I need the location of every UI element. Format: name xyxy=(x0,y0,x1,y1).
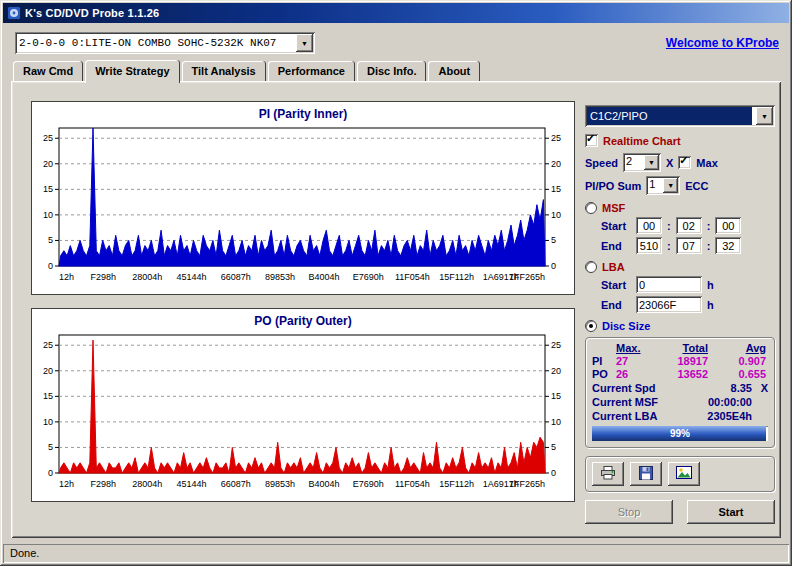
current-lba-unit xyxy=(752,410,768,422)
lba-start-input[interactable] xyxy=(636,276,702,293)
window-title: K's CD/DVD Probe 1.1.26 xyxy=(25,7,159,19)
status-text: Done. xyxy=(10,547,39,559)
svg-text:66087h: 66087h xyxy=(221,272,251,282)
run-buttons-row: Stop Start xyxy=(585,500,775,524)
speed-combo[interactable]: 2 ▼ xyxy=(623,153,661,172)
po-chart-panel: PO (Parity Outer) 0055101015152020252512… xyxy=(31,308,575,502)
chevron-down-icon: ▼ xyxy=(667,182,674,189)
print-button[interactable] xyxy=(592,462,624,486)
mode-combo[interactable]: C1C2/PIPO ▼ xyxy=(585,105,775,127)
max-speed-label: Max xyxy=(696,157,717,169)
mode-combo-dropdown-button[interactable]: ▼ xyxy=(756,107,773,125)
lba-end-unit: h xyxy=(707,299,714,311)
po-chart-title: PO (Parity Outer) xyxy=(32,311,574,329)
disc-size-label: Disc Size xyxy=(602,320,650,332)
svg-text:11F054h: 11F054h xyxy=(395,272,430,282)
svg-text:10: 10 xyxy=(551,417,561,427)
stats-pi-label: PI xyxy=(592,355,616,367)
lba-start-row: Start h xyxy=(601,276,775,293)
tab-raw-cmd[interactable]: Raw Cmd xyxy=(13,61,83,81)
check-icon: ✓ xyxy=(586,132,595,145)
svg-text:0: 0 xyxy=(551,468,556,478)
current-msf-unit xyxy=(752,396,768,408)
msf-start-min-input[interactable] xyxy=(636,217,662,234)
tab-disc-info[interactable]: Disc Info. xyxy=(357,61,427,81)
msf-end-frame-input[interactable] xyxy=(715,237,741,254)
lba-end-input[interactable] xyxy=(636,296,702,313)
current-lba-label: Current LBA xyxy=(592,410,674,422)
svg-text:5: 5 xyxy=(551,442,556,452)
svg-text:5: 5 xyxy=(48,442,53,452)
svg-text:89853h: 89853h xyxy=(265,479,295,489)
svg-text:20: 20 xyxy=(43,366,53,376)
speed-combo-dropdown-button[interactable]: ▼ xyxy=(644,155,659,170)
stats-header-avg: Avg xyxy=(708,342,768,354)
svg-text:45144h: 45144h xyxy=(177,272,207,282)
actions-group xyxy=(585,456,775,492)
current-speed-unit: X xyxy=(752,382,768,394)
start-button[interactable]: Start xyxy=(687,500,775,524)
app-icon xyxy=(7,6,21,20)
svg-text:28004h: 28004h xyxy=(132,479,162,489)
lba-radio[interactable] xyxy=(585,261,597,273)
msf-start-frame-input[interactable] xyxy=(715,217,741,234)
msf-start-sec-input[interactable] xyxy=(676,217,702,234)
save-image-button[interactable] xyxy=(668,462,700,486)
msf-label: MSF xyxy=(602,202,625,214)
drive-combo-dropdown-button[interactable]: ▼ xyxy=(296,34,313,52)
check-icon: ✓ xyxy=(679,154,688,167)
titlebar[interactable]: K's CD/DVD Probe 1.1.26 xyxy=(3,3,789,23)
svg-text:12h: 12h xyxy=(59,479,74,489)
msf-end-min-input[interactable] xyxy=(636,237,662,254)
realtime-chart-checkbox[interactable]: ✓ xyxy=(585,134,598,147)
current-msf-row: Current MSF 00:00:00 xyxy=(592,396,768,408)
svg-text:1FF265h: 1FF265h xyxy=(509,272,545,282)
svg-text:12h: 12h xyxy=(59,272,74,282)
drive-combo-value: 2-0-0-0 0:LITE-ON COMBO SOHC-5232K NK07 xyxy=(15,32,294,54)
max-speed-checkbox[interactable]: ✓ xyxy=(678,156,691,169)
image-export-icon xyxy=(676,466,692,482)
svg-text:10: 10 xyxy=(43,210,53,220)
svg-text:20: 20 xyxy=(551,366,561,376)
realtime-chart-label: Realtime Chart xyxy=(603,135,681,147)
status-bar: Done. xyxy=(3,544,789,563)
svg-text:15F112h: 15F112h xyxy=(439,272,474,282)
save-button[interactable] xyxy=(630,462,662,486)
msf-separator: : xyxy=(667,220,671,232)
svg-text:25: 25 xyxy=(43,340,53,350)
tab-tilt-analysis[interactable]: Tilt Analysis xyxy=(182,61,266,81)
chevron-down-icon: ▼ xyxy=(648,159,655,166)
tab-page: PI (Parity Inner) 0055101015152020252512… xyxy=(11,81,781,538)
msf-separator: : xyxy=(667,240,671,252)
tab-performance[interactable]: Performance xyxy=(268,61,355,81)
svg-text:11F054h: 11F054h xyxy=(395,479,430,489)
disc-size-radio-row: Disc Size xyxy=(585,320,775,332)
progress-bar: 99% xyxy=(592,426,768,441)
svg-text:15: 15 xyxy=(551,391,561,401)
pipo-sum-combo-value: 1 xyxy=(646,176,661,195)
current-speed-row: Current Spd 8.35 X xyxy=(592,382,768,394)
disc-size-radio[interactable] xyxy=(585,320,597,332)
svg-text:45144h: 45144h xyxy=(177,479,207,489)
pipo-sum-combo[interactable]: 1 ▼ xyxy=(646,176,680,195)
msf-end-label: End xyxy=(601,240,631,252)
svg-text:25: 25 xyxy=(551,340,561,350)
svg-text:B4004h: B4004h xyxy=(309,272,340,282)
msf-start-row: Start : : xyxy=(601,217,775,234)
current-msf-value: 00:00:00 xyxy=(674,396,752,408)
stop-button[interactable]: Stop xyxy=(585,500,673,524)
msf-radio[interactable] xyxy=(585,202,597,214)
tab-write-strategy[interactable]: Write Strategy xyxy=(85,60,179,83)
svg-text:B4004h: B4004h xyxy=(309,479,340,489)
svg-text:E7690h: E7690h xyxy=(353,272,384,282)
mode-combo-value: C1C2/PIPO xyxy=(587,107,752,125)
stats-pi-total: 18917 xyxy=(650,355,708,367)
stats-header-max: Max. xyxy=(616,342,650,354)
tab-about[interactable]: About xyxy=(428,61,480,81)
drive-combo[interactable]: 2-0-0-0 0:LITE-ON COMBO SOHC-5232K NK07 … xyxy=(15,32,315,54)
pipo-sum-combo-dropdown-button[interactable]: ▼ xyxy=(663,178,678,193)
msf-separator: : xyxy=(707,240,711,252)
svg-text:5: 5 xyxy=(551,235,556,245)
welcome-link[interactable]: Welcome to KProbe xyxy=(666,36,779,50)
msf-end-sec-input[interactable] xyxy=(676,237,702,254)
